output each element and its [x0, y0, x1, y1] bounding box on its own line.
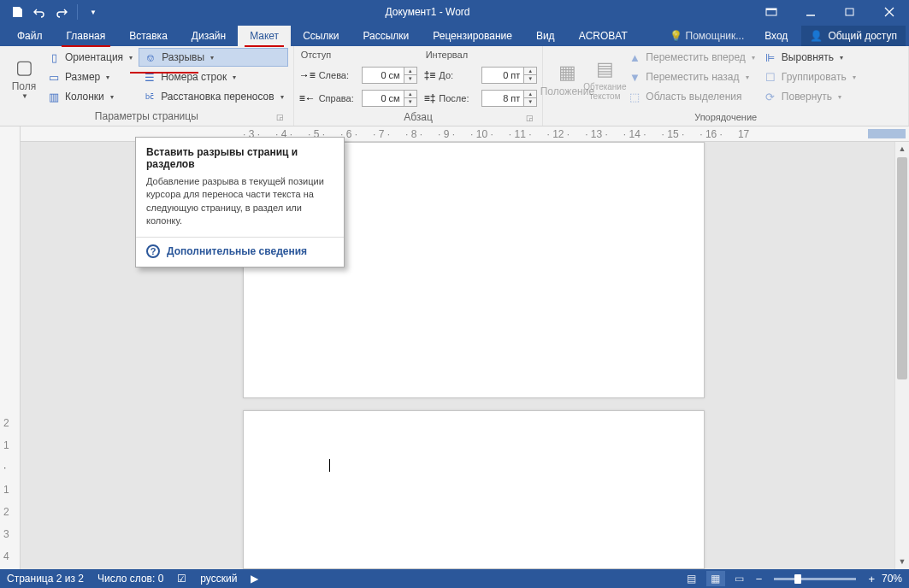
page-2[interactable]: [243, 410, 705, 569]
scroll-up-button[interactable]: ▲: [895, 142, 909, 156]
svg-rect-3: [846, 9, 853, 15]
redo-button[interactable]: [51, 2, 72, 22]
tab-mailings[interactable]: Рассылки: [351, 26, 421, 46]
page-setup-label: Параметры страницы◲: [5, 109, 288, 126]
window-title: Документ1 - Word: [103, 6, 752, 18]
tooltip-more-link[interactable]: ? Дополнительные сведения: [146, 244, 333, 258]
position-button: ▦Положение: [548, 48, 586, 110]
indent-header: Отступ: [299, 48, 417, 63]
close-button[interactable]: [870, 0, 909, 24]
zoom-in-button[interactable]: +: [866, 573, 877, 585]
scroll-down-button[interactable]: ▼: [895, 555, 909, 569]
zoom-out-button[interactable]: −: [754, 573, 764, 585]
spacing-after-input[interactable]: ▲▼: [481, 90, 537, 107]
tab-insert[interactable]: Вставка: [117, 26, 180, 46]
undo-button[interactable]: [29, 2, 50, 22]
quick-access-toolbar: ▼: [0, 2, 103, 22]
tab-home[interactable]: Главная: [55, 26, 118, 46]
selection-icon: ⬚: [628, 90, 641, 103]
forward-icon: ▲: [628, 50, 641, 64]
view-read-mode[interactable]: ▤: [682, 571, 701, 586]
group-paragraph: Отступ →≡ Слева: ▲▼ ≡← Справа: ▲▼ Интерв…: [294, 46, 544, 126]
spacing-before-icon: ‡≡: [424, 69, 436, 81]
spacing-header: Интервал: [424, 48, 538, 63]
save-button[interactable]: [7, 2, 27, 22]
orientation-icon: ▯: [47, 50, 61, 64]
size-icon: ▭: [47, 70, 61, 84]
vertical-ruler[interactable]: 21·1234: [0, 126, 21, 569]
indent-left-input[interactable]: ▲▼: [362, 67, 417, 84]
group-icon: ☐: [764, 70, 777, 84]
spacing-before-input[interactable]: ▲▼: [481, 67, 537, 84]
scroll-thumb[interactable]: [897, 157, 907, 379]
text-cursor: [329, 459, 330, 472]
group-page-setup: ▢ Поля▼ ▯Ориентация▾ ▭Размер▾ ▥Колонки▾ …: [0, 46, 294, 126]
person-icon: 👤: [810, 30, 823, 42]
hyphenation-icon: bc̄: [143, 90, 156, 103]
wrap-text-button: ▤Обтекание текстом: [586, 48, 623, 110]
size-button[interactable]: ▭Размер▾: [43, 68, 137, 86]
bulb-icon: 💡: [670, 30, 682, 42]
tell-me-search[interactable]: 💡Помощник...: [663, 26, 752, 45]
indent-right-icon: ≡←: [299, 92, 316, 104]
status-page[interactable]: Страница 2 из 2: [7, 573, 84, 585]
tab-view[interactable]: Вид: [524, 26, 567, 46]
orientation-button[interactable]: ▯Ориентация▾: [43, 48, 137, 67]
rotate-icon: ⟳: [764, 90, 777, 103]
view-web-layout[interactable]: ▭: [730, 571, 749, 586]
tab-acrobat[interactable]: ACROBAT: [567, 26, 640, 46]
paragraph-dialog-launcher[interactable]: ◲: [523, 112, 535, 124]
arrange-label: Упорядочение: [548, 110, 903, 126]
bring-forward-button: ▲Переместить вперед▾: [623, 48, 758, 67]
view-print-layout[interactable]: ▦: [706, 571, 725, 586]
ribbon-tabs: Файл Главная Вставка Дизайн Макет Ссылки…: [0, 24, 909, 46]
hyphenation-button[interactable]: bc̄Расстановка переносов▾: [139, 87, 288, 106]
indent-left-label: Слева:: [319, 70, 358, 80]
status-language[interactable]: русский: [200, 573, 237, 585]
status-bar: Страница 2 из 2 Число слов: 0 ☑ русский …: [0, 569, 909, 588]
page-setup-dialog-launcher[interactable]: ◲: [274, 111, 286, 123]
columns-button[interactable]: ▥Колонки▾: [43, 87, 137, 106]
share-button[interactable]: 👤Общий доступ: [801, 26, 906, 46]
svg-rect-1: [766, 9, 776, 10]
paragraph-label: Абзац◲: [299, 109, 538, 126]
spacing-after-icon: ≡‡: [424, 92, 436, 104]
margins-icon: ▢: [15, 56, 33, 79]
indent-right-input[interactable]: ▲▼: [362, 90, 417, 107]
breaks-button[interactable]: ⎊Разрывы▾: [139, 48, 288, 67]
tab-references[interactable]: Ссылки: [291, 26, 351, 46]
vertical-scrollbar[interactable]: ▲ ▼: [894, 142, 909, 569]
tab-design[interactable]: Дизайн: [180, 26, 238, 46]
login-button[interactable]: Вход: [754, 26, 798, 46]
tab-file[interactable]: Файл: [5, 26, 55, 46]
margins-button[interactable]: ▢ Поля▼: [5, 48, 43, 109]
indent-right-label: Справа:: [319, 93, 358, 103]
wrap-icon: ▤: [596, 58, 614, 80]
ribbon: ▢ Поля▼ ▯Ориентация▾ ▭Размер▾ ▥Колонки▾ …: [0, 46, 909, 126]
breaks-tooltip: Вставить разрывы страниц и разделов Доба…: [135, 137, 345, 268]
align-button[interactable]: ⊫Выровнять▾: [759, 48, 860, 67]
status-proofing-icon[interactable]: ☑: [177, 573, 186, 585]
spacing-after-label: После:: [439, 93, 478, 103]
zoom-level[interactable]: 70%: [882, 573, 902, 585]
breaks-icon: ⎊: [144, 50, 157, 64]
title-bar: ▼ Документ1 - Word: [0, 0, 909, 24]
status-macro-icon[interactable]: ▶: [251, 573, 258, 585]
tab-review[interactable]: Рецензирование: [421, 26, 524, 46]
maximize-button[interactable]: [830, 0, 870, 24]
send-backward-button: ▼Переместить назад▾: [623, 68, 758, 86]
align-icon: ⊫: [764, 50, 777, 64]
selection-pane-button[interactable]: ⬚Область выделения: [623, 87, 758, 106]
status-word-count[interactable]: Число слов: 0: [97, 573, 163, 585]
ribbon-options-button[interactable]: [752, 0, 791, 24]
qat-customize[interactable]: ▼: [83, 2, 103, 22]
tooltip-body: Добавление разрыва в текущей позиции кур…: [146, 175, 333, 228]
zoom-slider[interactable]: [774, 578, 856, 580]
line-numbers-button[interactable]: ☰Номера строк▾: [139, 68, 288, 86]
tab-layout[interactable]: Макет: [238, 26, 291, 46]
breaks-highlight: [130, 72, 198, 74]
help-icon: ?: [146, 244, 160, 258]
columns-icon: ▥: [47, 90, 61, 103]
window-controls: [752, 0, 909, 24]
minimize-button[interactable]: [791, 0, 830, 24]
